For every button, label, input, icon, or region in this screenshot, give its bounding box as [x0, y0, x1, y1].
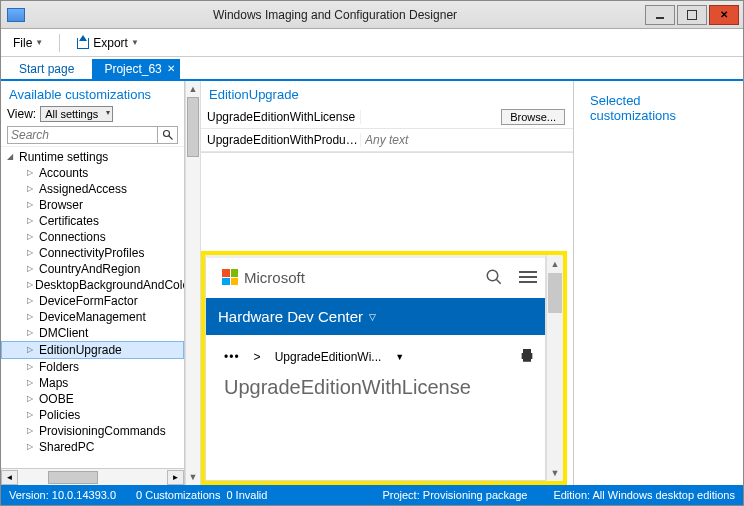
chevron-down-icon: ▽ — [369, 312, 376, 322]
tree-item-connectivityprofiles[interactable]: ▷ConnectivityProfiles — [1, 245, 184, 261]
separator — [59, 34, 60, 52]
minimize-button[interactable] — [645, 5, 675, 25]
expand-icon: ▷ — [27, 213, 37, 229]
tree-item-accounts[interactable]: ▷Accounts — [1, 165, 184, 181]
close-tab-icon[interactable]: ✕ — [167, 63, 175, 74]
tree-item-dmclient[interactable]: ▷DMClient — [1, 325, 184, 341]
browse-button[interactable]: Browse... — [501, 109, 565, 125]
printer-icon — [519, 347, 535, 363]
expand-icon: ▷ — [27, 293, 37, 309]
svg-line-3 — [496, 279, 501, 284]
vertical-scrollbar[interactable]: ▲ ▼ — [185, 81, 201, 485]
scroll-right-button[interactable]: ► — [167, 470, 184, 485]
export-icon — [76, 37, 90, 49]
expand-icon: ▷ — [27, 181, 37, 197]
expand-icon: ▷ — [27, 261, 37, 277]
hamburger-icon[interactable] — [519, 271, 537, 283]
scroll-thumb[interactable] — [187, 97, 199, 157]
expand-icon: ▷ — [27, 309, 37, 325]
chevron-down-icon: ▼ — [35, 38, 43, 47]
tree-item-provisioningcommands[interactable]: ▷ProvisioningCommands — [1, 423, 184, 439]
expand-icon: ▷ — [27, 359, 37, 375]
status-edition: Edition: All Windows desktop editions — [553, 489, 735, 501]
help-title: UpgradeEditionWithLicense — [222, 370, 537, 399]
ellipsis-icon[interactable]: ••• — [224, 350, 240, 364]
print-button[interactable] — [519, 347, 535, 366]
tab-start-page[interactable]: Start page — [7, 59, 92, 79]
file-menu-label: File — [13, 36, 32, 50]
tree-item-browser[interactable]: ▷Browser — [1, 197, 184, 213]
tab-project[interactable]: Project_63 ✕ — [92, 59, 179, 79]
help-panel: Microsoft Hardware Dev Center▽ ••• > Upg… — [201, 251, 567, 485]
search-icon[interactable] — [485, 268, 503, 286]
status-project: Project: Provisioning package — [382, 489, 527, 501]
scroll-down-button[interactable]: ▼ — [186, 469, 200, 485]
tree-item-maps[interactable]: ▷Maps — [1, 375, 184, 391]
file-menu[interactable]: File▼ — [7, 33, 49, 53]
window-title: Windows Imaging and Configuration Design… — [25, 8, 645, 22]
breadcrumb: ••• > UpgradeEditionWi... ▼ — [222, 335, 537, 370]
expand-icon: ▷ — [27, 245, 37, 261]
tree-item-folders[interactable]: ▷Folders — [1, 359, 184, 375]
tree-root[interactable]: ◢Runtime settings — [1, 149, 184, 165]
view-select[interactable]: All settings — [40, 106, 113, 122]
expand-icon: ▷ — [27, 342, 37, 358]
svg-line-1 — [168, 136, 172, 140]
view-label: View: — [7, 107, 36, 121]
property-name: UpgradeEditionWithLicense — [201, 110, 361, 124]
scroll-thumb[interactable] — [48, 471, 98, 484]
tree-item-connections[interactable]: ▷Connections — [1, 229, 184, 245]
tree-item-countryandregion[interactable]: ▷CountryAndRegion — [1, 261, 184, 277]
status-customizations: 0 Customizations — [136, 489, 220, 501]
export-menu-label: Export — [93, 36, 128, 50]
status-invalid: 0 Invalid — [226, 489, 267, 501]
scroll-thumb[interactable] — [548, 273, 562, 313]
close-button[interactable] — [709, 5, 739, 25]
expand-icon: ▷ — [27, 325, 37, 341]
scroll-left-button[interactable]: ◄ — [1, 470, 18, 485]
maximize-button[interactable] — [677, 5, 707, 25]
expand-icon: ▷ — [27, 375, 37, 391]
app-icon — [7, 8, 25, 22]
selected-customizations-header: Selected customizations — [582, 87, 735, 127]
available-customizations-header: Available customizations — [1, 81, 184, 106]
expand-icon: ▷ — [27, 197, 37, 213]
tree-item-deviceformfactor[interactable]: ▷DeviceFormFactor — [1, 293, 184, 309]
horizontal-scrollbar[interactable]: ◄ ► — [1, 468, 184, 485]
svg-point-0 — [163, 131, 169, 137]
help-scrollbar[interactable]: ▲ ▼ — [546, 255, 563, 481]
expand-icon: ▷ — [27, 229, 37, 245]
hardware-dev-center-bar[interactable]: Hardware Dev Center▽ — [206, 298, 546, 335]
tree-item-devicemanagement[interactable]: ▷DeviceManagement — [1, 309, 184, 325]
svg-point-2 — [487, 270, 498, 281]
tree-item-sharedpc[interactable]: ▷SharedPC — [1, 439, 184, 455]
search-button[interactable] — [158, 126, 178, 144]
chevron-down-icon: ▼ — [131, 38, 139, 47]
scroll-down-button[interactable]: ▼ — [547, 464, 563, 481]
microsoft-logo: Microsoft — [222, 269, 305, 286]
scroll-up-button[interactable]: ▲ — [186, 81, 200, 97]
tree-item-assignedaccess[interactable]: ▷AssignedAccess — [1, 181, 184, 197]
expand-icon: ▷ — [27, 423, 37, 439]
scroll-up-button[interactable]: ▲ — [547, 255, 563, 272]
tree-item-desktopbackgroundandcolors[interactable]: ▷DesktopBackgroundAndColors — [1, 277, 184, 293]
expand-icon: ▷ — [27, 439, 37, 455]
status-version: Version: 10.0.14393.0 — [9, 489, 116, 501]
chevron-down-icon[interactable]: ▼ — [395, 352, 404, 362]
expand-icon: ▷ — [27, 391, 37, 407]
microsoft-icon — [222, 269, 238, 285]
product-key-input[interactable] — [365, 133, 569, 147]
expand-icon: ▷ — [27, 165, 37, 181]
search-icon — [162, 129, 174, 141]
export-menu[interactable]: Export▼ — [70, 33, 145, 53]
property-name: UpgradeEditionWithProductKey — [201, 133, 361, 147]
tree-item-policies[interactable]: ▷Policies — [1, 407, 184, 423]
tree-item-editionupgrade[interactable]: ▷EditionUpgrade — [1, 341, 184, 359]
search-input[interactable] — [7, 126, 158, 144]
expand-icon: ▷ — [27, 407, 37, 423]
edition-upgrade-header: EditionUpgrade — [201, 81, 573, 106]
breadcrumb-item[interactable]: UpgradeEditionWi... — [275, 350, 382, 364]
collapse-icon: ◢ — [7, 149, 17, 165]
tree-item-certificates[interactable]: ▷Certificates — [1, 213, 184, 229]
tree-item-oobe[interactable]: ▷OOBE — [1, 391, 184, 407]
